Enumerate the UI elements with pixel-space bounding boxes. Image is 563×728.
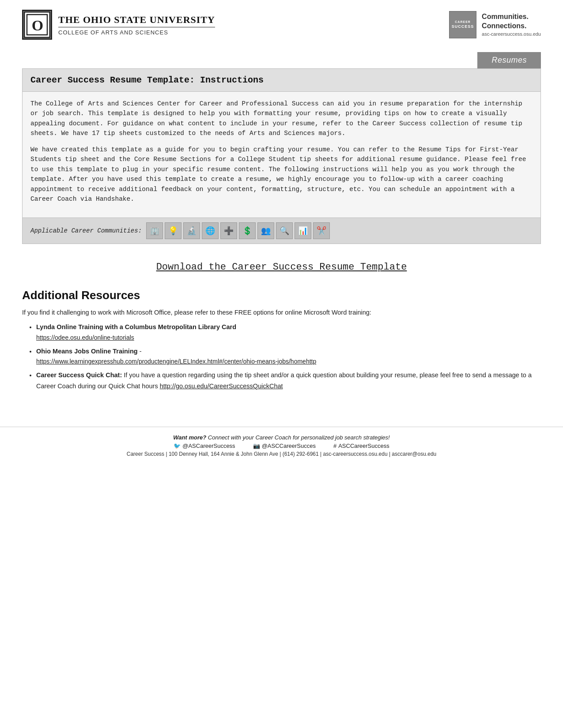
download-section: Download the Career Success Resume Templ…	[22, 262, 541, 273]
career-success-badge: CAREER SUCCESS	[449, 11, 476, 38]
tagline-url: asc-careersuccess.osu.edu	[482, 31, 541, 37]
footer-address: Career Success | 100 Denney Hall, 164 An…	[22, 451, 541, 457]
career-icon-10: ✂️	[313, 222, 330, 239]
additional-resources-intro: If you find it challenging to work with …	[22, 308, 541, 317]
career-icon-8: 🔍	[276, 222, 293, 239]
resource-item-3: Career Success Quick Chat: If you have a…	[36, 370, 541, 391]
footer: Want more? Connect with your Career Coac…	[0, 427, 563, 463]
footer-hashtag: # ASCCareerSuccess	[333, 443, 389, 449]
career-icon-2: 💡	[165, 222, 181, 239]
career-icon-7: 👥	[257, 222, 274, 239]
career-icon-5: ➕	[220, 222, 237, 239]
resource-item-2: Ohio Means Jobs Online Training - https:…	[36, 346, 541, 367]
resumes-tab-container: Resumes	[0, 52, 563, 68]
instagram-icon: 📷	[253, 443, 260, 449]
header-title-block: The Ohio State University College of Art…	[58, 14, 215, 36]
badge-success-text: SUCCESS	[452, 24, 474, 29]
header-right: CAREER SUCCESS Communities. Connections.…	[449, 11, 541, 38]
twitter-handle: @ASCareerSuccess	[182, 443, 235, 449]
resource-2-link[interactable]: https://www.learningexpresshub.com/produ…	[36, 356, 541, 367]
career-icon-9: 📊	[295, 222, 311, 239]
tagline-line1: Communities.	[482, 12, 541, 22]
badge-career-text: CAREER	[455, 20, 471, 24]
resource-1-title: Lynda Online Training with a Columbus Me…	[36, 323, 236, 330]
resource-2-title: Ohio Means Jobs Online Training	[36, 348, 138, 355]
career-communities-label: Applicable Career Communities:	[30, 227, 142, 234]
instagram-handle: @ASCCareerSucces	[262, 443, 316, 449]
career-icon-1: 🏢	[146, 222, 163, 239]
college-name: College of Arts and Sciences	[58, 29, 215, 36]
main-paragraph-1: The College of Arts and Sciences Center …	[30, 99, 533, 139]
footer-want-more-bold: Want more?	[173, 434, 206, 441]
resource-item-1: Lynda Online Training with a Columbus Me…	[36, 322, 541, 343]
career-icons-row: 🏢 💡 🔬 🌐 ➕ 💲 👥 🔍 📊 ✂️	[146, 222, 330, 239]
additional-resources: Additional Resources If you find it chal…	[22, 289, 541, 392]
header: O The Ohio State University College of A…	[0, 0, 563, 48]
resource-3-title: Career Success Quick Chat:	[36, 372, 122, 379]
twitter-icon: 🐦	[174, 443, 181, 449]
svg-text:O: O	[32, 17, 43, 34]
resource-3-link[interactable]: http://go.osu.edu/CareerSuccessQuickChat	[160, 383, 283, 390]
resource-1-link[interactable]: https://odee.osu.edu/online-tutorials	[36, 333, 541, 343]
main-content-body: The College of Arts and Sciences Center …	[23, 92, 540, 218]
career-icon-6: 💲	[239, 222, 256, 239]
footer-want-more-text: Connect with your Career Coach for perso…	[208, 434, 390, 441]
main-content-title: Career Success Resume Template: Instruct…	[23, 69, 540, 92]
footer-social: 🐦 @ASCareerSuccess 📷 @ASCCareerSucces # …	[22, 443, 541, 449]
career-communities-row: Applicable Career Communities: 🏢 💡 🔬 🌐 ➕…	[23, 218, 540, 244]
resources-list: Lynda Online Training with a Columbus Me…	[22, 322, 541, 391]
university-name: The Ohio State University	[58, 14, 215, 27]
download-link[interactable]: Download the Career Success Resume Templ…	[156, 262, 407, 273]
hashtag-handle: ASCCareerSuccess	[338, 443, 389, 449]
main-content-box: Career Success Resume Template: Instruct…	[22, 68, 541, 244]
footer-want-more: Want more? Connect with your Career Coac…	[22, 434, 541, 441]
header-tagline: Communities. Connections. asc-careersucc…	[482, 12, 541, 37]
resumes-tab: Resumes	[477, 52, 541, 68]
footer-instagram: 📷 @ASCCareerSucces	[253, 443, 316, 449]
header-left: O The Ohio State University College of A…	[22, 10, 215, 40]
career-icon-4: 🌐	[202, 222, 219, 239]
footer-twitter: 🐦 @ASCareerSuccess	[174, 443, 235, 449]
main-paragraph-2: We have created this template as a guide…	[30, 145, 533, 204]
additional-resources-heading: Additional Resources	[22, 289, 541, 302]
career-icon-3: 🔬	[183, 222, 200, 239]
tagline-line2: Connections.	[482, 22, 541, 31]
hashtag-icon: #	[333, 443, 336, 449]
osu-logo-icon: O	[22, 10, 52, 40]
